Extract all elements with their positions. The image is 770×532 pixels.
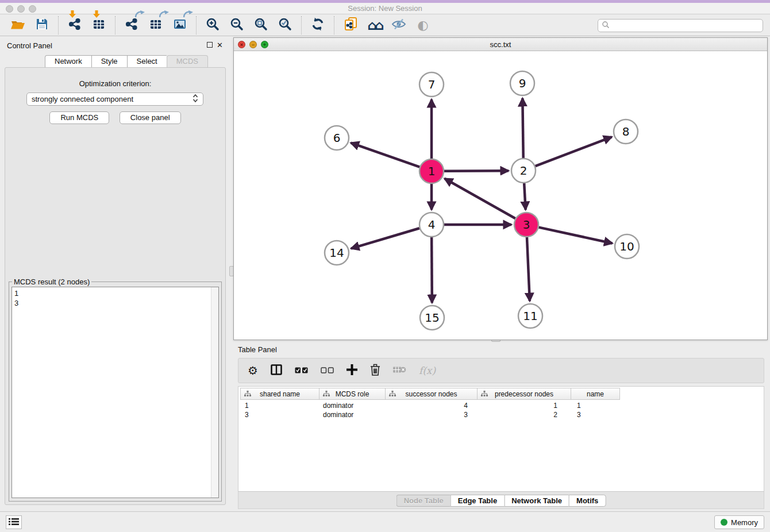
- add-column-button[interactable]: [346, 364, 357, 377]
- table-row[interactable]: 1 dominator 4 1 1: [240, 401, 620, 410]
- graph-edge-2-8[interactable]: [536, 137, 612, 166]
- first-neighbors-button[interactable]: ⌂⌂: [365, 16, 384, 35]
- tab-network[interactable]: Network: [45, 55, 91, 68]
- save-session-button[interactable]: [32, 16, 52, 35]
- close-panel-button[interactable]: Close panel: [120, 111, 181, 124]
- network-canvas[interactable]: 7968124314101511: [234, 51, 767, 340]
- graph-edge-4-14[interactable]: [351, 228, 419, 248]
- graph-node-label-8: 8: [622, 125, 630, 138]
- clone-network-button[interactable]: [341, 16, 360, 35]
- select-all-button[interactable]: [295, 367, 308, 375]
- toolbar-separator: [58, 16, 59, 34]
- cell-successor-nodes[interactable]: 3: [386, 410, 478, 419]
- hierarchy-icon: [389, 391, 396, 399]
- result-scrollbar[interactable]: [211, 287, 218, 498]
- table-settings-button[interactable]: ⚙: [248, 365, 258, 376]
- export-table-button[interactable]: [146, 16, 165, 35]
- zoom-in-button[interactable]: [203, 16, 222, 35]
- deselect-all-button[interactable]: [321, 367, 334, 375]
- column-header-shared-name[interactable]: shared name: [240, 388, 319, 399]
- node-table[interactable]: shared name MCDS role successor nodes pr…: [238, 386, 764, 491]
- graph-edge-3-1[interactable]: [445, 179, 515, 218]
- column-header-mcds-role[interactable]: MCDS role: [319, 388, 386, 399]
- memory-button-label: Memory: [731, 518, 758, 527]
- open-session-button[interactable]: [8, 16, 28, 35]
- cell-successor-nodes[interactable]: 4: [386, 401, 478, 410]
- cell-shared-name[interactable]: 3: [240, 410, 319, 419]
- tab-style[interactable]: Style: [91, 55, 127, 68]
- run-mcds-button[interactable]: Run MCDS: [49, 111, 109, 124]
- optimization-criterion-label: Optimization criterion:: [5, 79, 225, 88]
- zoom-out-button[interactable]: [227, 16, 247, 35]
- refresh-button[interactable]: [308, 16, 328, 35]
- column-header-name[interactable]: name: [571, 388, 620, 399]
- column-visibility-button[interactable]: [271, 364, 282, 377]
- cell-mcds-role[interactable]: dominator: [319, 401, 386, 410]
- delete-table-icon: [393, 365, 406, 376]
- list-icon: [9, 518, 19, 527]
- import-table-button[interactable]: [89, 16, 109, 35]
- unchecked-boxes-icon: [321, 367, 334, 375]
- network-graph[interactable]: 7968124314101511: [234, 51, 767, 340]
- graph-node-label-15: 15: [425, 311, 439, 325]
- export-network-icon: [126, 18, 137, 32]
- graph-edge-4-15[interactable]: [432, 237, 432, 303]
- memory-button[interactable]: Memory: [714, 515, 764, 529]
- column-header-predecessor-nodes[interactable]: predecessor nodes: [478, 388, 571, 399]
- hide-graphics-details-button[interactable]: [389, 16, 409, 35]
- houses-icon: ⌂⌂: [368, 20, 382, 31]
- import-table-icon: [93, 19, 105, 31]
- vertical-splitter[interactable]: [230, 37, 233, 509]
- graph-edge-2-9[interactable]: [522, 98, 523, 158]
- import-network-button[interactable]: [65, 16, 84, 35]
- delete-column-button[interactable]: [370, 364, 380, 377]
- network-window-title: scc.txt: [234, 40, 767, 49]
- graph-node-label-9: 9: [519, 76, 526, 90]
- function-builder-button[interactable]: f(x): [419, 365, 436, 376]
- toolbar-separator: [334, 16, 334, 34]
- fit-content-icon: [254, 17, 268, 33]
- cell-predecessor-nodes[interactable]: 2: [478, 410, 571, 419]
- tab-motifs[interactable]: Motifs: [569, 495, 606, 507]
- delete-table-button[interactable]: [393, 365, 406, 376]
- graph-edge-2-3[interactable]: [524, 183, 525, 210]
- column-header-successor-nodes[interactable]: successor nodes: [386, 388, 478, 399]
- tab-node-table[interactable]: Node Table: [396, 495, 451, 507]
- graph-node-label-7: 7: [428, 78, 436, 91]
- mcds-result-group: MCDS result (2 nodes) 1 3: [9, 282, 222, 502]
- float-panel-icon[interactable]: [207, 42, 213, 48]
- table-panel-title: Table Panel: [238, 345, 277, 354]
- export-network-button[interactable]: [122, 16, 141, 35]
- fit-content-button[interactable]: [251, 16, 271, 35]
- graph-edge-3-10[interactable]: [538, 228, 612, 244]
- export-image-icon: [174, 19, 186, 31]
- level-of-detail-button[interactable]: ◐: [413, 16, 433, 35]
- mcds-result-list[interactable]: 1 3: [11, 287, 219, 498]
- cell-name[interactable]: 1: [571, 401, 620, 410]
- tab-mcds[interactable]: MCDS: [167, 55, 208, 68]
- graph-edge-3-11[interactable]: [527, 237, 530, 301]
- cell-name[interactable]: 3: [571, 410, 620, 419]
- control-panel-title: Control Panel: [7, 41, 52, 50]
- export-image-button[interactable]: [170, 16, 190, 35]
- app-titlebar: Session: New Session: [0, 0, 770, 14]
- toolbar-search[interactable]: [598, 19, 763, 32]
- table-row[interactable]: 3 dominator 3 2 3: [240, 410, 620, 419]
- mcds-result-line: 1: [14, 288, 216, 298]
- cell-shared-name[interactable]: 1: [240, 401, 319, 410]
- criterion-select[interactable]: strongly connected component: [26, 92, 203, 106]
- tab-select[interactable]: Select: [127, 55, 167, 68]
- tab-edge-table[interactable]: Edge Table: [451, 495, 504, 507]
- close-panel-icon[interactable]: ✕: [217, 41, 223, 49]
- column-header-label: successor nodes: [405, 390, 457, 398]
- tab-network-table[interactable]: Network Table: [504, 495, 569, 507]
- cell-predecessor-nodes[interactable]: 1: [478, 401, 571, 410]
- search-input[interactable]: [610, 21, 763, 31]
- show-log-button[interactable]: [6, 515, 22, 529]
- cell-mcds-role[interactable]: dominator: [319, 410, 386, 419]
- zoom-selected-button[interactable]: [275, 16, 295, 35]
- graph-edge-1-6[interactable]: [351, 143, 420, 167]
- graph-edge-1-2[interactable]: [444, 171, 509, 171]
- toolbar-separator: [301, 16, 302, 34]
- network-window-titlebar[interactable]: × − + scc.txt: [234, 38, 767, 51]
